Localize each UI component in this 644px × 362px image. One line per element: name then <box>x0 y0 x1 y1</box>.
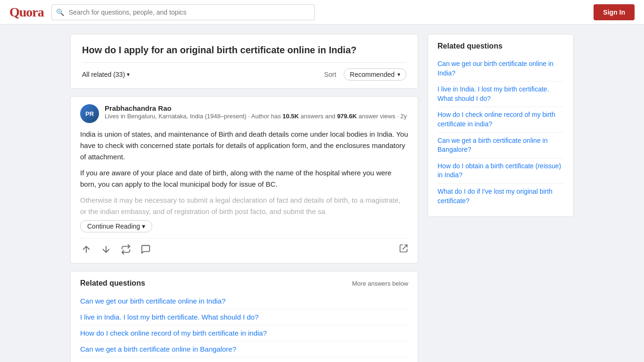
related-link-2[interactable]: I live in India. I lost my birth certifi… <box>80 309 408 325</box>
answer-paragraph-1: India is union of states, and maintenanc… <box>80 129 408 163</box>
question-card: How do I apply for an original birth cer… <box>70 34 418 89</box>
sidebar-link-1[interactable]: Can we get our birth certificate online … <box>438 56 564 82</box>
comment-button[interactable] <box>140 243 152 255</box>
related-link-1[interactable]: Can we get our birth certificate online … <box>80 293 408 309</box>
author-bio-end: answer views · 2y <box>357 113 407 120</box>
answer-actions <box>80 238 408 255</box>
upvote-button[interactable] <box>80 243 92 255</box>
author-views-count: 979.6K <box>337 113 357 120</box>
search-icon: 🔍 <box>56 8 64 16</box>
sidebar-title: Related questions <box>438 42 564 50</box>
related-link-5[interactable]: How do I obtain a birth certificate (rei… <box>80 357 408 362</box>
author-bio: Lives in Bengaluru, Karnataka, India (19… <box>105 112 408 121</box>
continue-reading-button[interactable]: Continue Reading ▾ <box>80 220 152 232</box>
related-questions-header: Related questions More answers below <box>80 279 408 288</box>
avatar-inner: PR <box>80 104 99 123</box>
question-meta: All related (33) ▾ Sort Recommended ▾ <box>82 62 406 81</box>
downvote-button[interactable] <box>100 243 112 255</box>
answer-text: India is union of states, and maintenanc… <box>80 129 408 190</box>
main-content: How do I apply for an original birth cer… <box>70 34 418 362</box>
related-link-4[interactable]: Can we get a birth certificate online in… <box>80 341 408 357</box>
continue-reading-label: Continue Reading <box>87 222 140 230</box>
header: Quora 🔍 Sign In <box>0 0 644 25</box>
sidebar-link-3[interactable]: How do I check online record of my birth… <box>438 107 564 132</box>
search-bar-container: 🔍 <box>51 4 315 20</box>
sort-value: Recommended <box>350 71 395 78</box>
answer-paragraph-2: If you are aware of your place and date … <box>80 167 408 190</box>
sort-dropdown[interactable]: Recommended ▾ <box>344 68 406 81</box>
sidebar-link-5[interactable]: How do I obtain a birth certificate (rei… <box>438 158 564 184</box>
all-related-label: All related (33) <box>82 71 125 78</box>
continue-reading-chevron-icon: ▾ <box>142 222 145 230</box>
all-related-chevron-icon: ▾ <box>127 71 130 78</box>
sidebar-link-2[interactable]: I live in India. I lost my birth certifi… <box>438 82 564 107</box>
author-row: PR Prabhachandra Rao Lives in Bengaluru,… <box>80 104 408 123</box>
sort-chevron-icon: ▾ <box>397 71 400 78</box>
sidebar-link-6[interactable]: What do I do if I've lost my original bi… <box>438 184 564 209</box>
related-questions-title: Related questions <box>80 279 145 288</box>
answer-faded-text: Otherwise it may be necessary to submit … <box>80 195 408 232</box>
more-answers-label: More answers below <box>352 280 408 287</box>
page-body: How do I apply for an original birth cer… <box>63 25 581 362</box>
search-input[interactable] <box>51 4 315 20</box>
related-link-3[interactable]: How do I check online record of my birth… <box>80 325 408 341</box>
author-answers-count: 10.5K <box>282 113 299 120</box>
quora-logo[interactable]: Quora <box>9 5 44 20</box>
all-related-button[interactable]: All related (33) ▾ <box>82 71 130 78</box>
sidebar-link-4[interactable]: Can we get a birth certificate online in… <box>438 133 564 158</box>
reshare-button[interactable] <box>120 243 132 255</box>
sort-label: Sort <box>324 71 336 78</box>
sidebar-card: Related questions Can we get our birth c… <box>428 34 574 217</box>
author-info: Prabhachandra Rao Lives in Bengaluru, Ka… <box>105 104 408 121</box>
share-button[interactable] <box>399 244 408 255</box>
question-title: How do I apply for an original birth cer… <box>82 44 406 57</box>
answer-card: PR Prabhachandra Rao Lives in Bengaluru,… <box>70 96 418 263</box>
sidebar: Related questions Can we get our birth c… <box>428 34 574 217</box>
sign-in-button[interactable]: Sign In <box>594 4 635 20</box>
author-name[interactable]: Prabhachandra Rao <box>105 104 408 112</box>
related-questions-main: Related questions More answers below Can… <box>70 271 418 362</box>
avatar: PR <box>80 104 99 123</box>
author-bio-mid: answers and <box>299 113 337 120</box>
author-bio-text: Lives in Bengaluru, Karnataka, India (19… <box>105 113 282 120</box>
answer-paragraph-3-faded: Otherwise it may be necessary to submit … <box>80 196 401 215</box>
